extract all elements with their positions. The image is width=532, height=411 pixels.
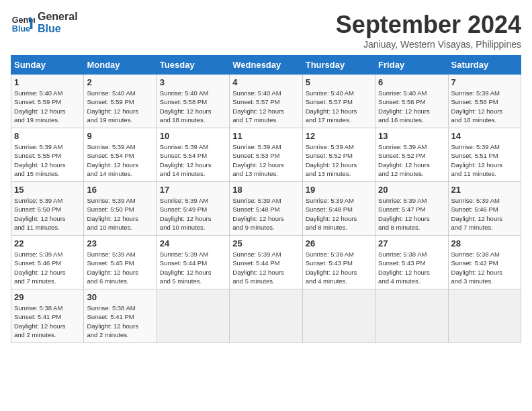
day-info: Sunrise: 5:40 AMSunset: 5:57 PMDaylight:…	[232, 89, 299, 124]
day-number: 27	[378, 238, 445, 248]
day-info: Sunrise: 5:39 AMSunset: 5:45 PMDaylight:…	[87, 250, 153, 285]
table-row: 24Sunrise: 5:39 AMSunset: 5:44 PMDayligh…	[157, 236, 229, 289]
title-block: September 2024 Janiuay, Western Visayas,…	[336, 11, 521, 50]
table-row	[375, 289, 448, 343]
table-row: 7Sunrise: 5:39 AMSunset: 5:56 PMDaylight…	[448, 75, 521, 128]
table-row: 23Sunrise: 5:39 AMSunset: 5:45 PMDayligh…	[84, 236, 157, 289]
day-info: Sunrise: 5:39 AMSunset: 5:52 PMDaylight:…	[378, 142, 445, 178]
table-row: 27Sunrise: 5:38 AMSunset: 5:43 PMDayligh…	[375, 236, 448, 289]
table-row: 19Sunrise: 5:39 AMSunset: 5:48 PMDayligh…	[302, 182, 375, 236]
table-row: 2Sunrise: 5:40 AMSunset: 5:59 PMDaylight…	[84, 75, 157, 128]
day-info: Sunrise: 5:39 AMSunset: 5:54 PMDaylight:…	[87, 142, 153, 178]
table-row: 13Sunrise: 5:39 AMSunset: 5:52 PMDayligh…	[375, 128, 448, 182]
table-row: 6Sunrise: 5:40 AMSunset: 5:56 PMDaylight…	[375, 75, 448, 128]
table-row	[157, 289, 229, 343]
day-number: 24	[160, 238, 226, 248]
day-info: Sunrise: 5:39 AMSunset: 5:50 PMDaylight:…	[87, 196, 153, 232]
logo-line1: General	[38, 11, 78, 23]
day-number: 3	[160, 77, 226, 87]
day-info: Sunrise: 5:39 AMSunset: 5:54 PMDaylight:…	[160, 142, 226, 178]
day-number: 6	[378, 77, 445, 87]
day-info: Sunrise: 5:38 AMSunset: 5:41 PMDaylight:…	[87, 304, 153, 339]
table-row: 8Sunrise: 5:39 AMSunset: 5:55 PMDaylight…	[11, 128, 84, 182]
calendar-week-row: 1Sunrise: 5:40 AMSunset: 5:59 PMDaylight…	[11, 75, 521, 128]
col-saturday: Saturday	[448, 56, 521, 75]
day-info: Sunrise: 5:40 AMSunset: 5:59 PMDaylight:…	[14, 89, 81, 124]
day-info: Sunrise: 5:38 AMSunset: 5:41 PMDaylight:…	[14, 304, 81, 339]
day-number: 1	[14, 77, 81, 87]
day-number: 30	[87, 292, 153, 302]
page-header: General Blue General Blue September 2024…	[11, 11, 521, 50]
day-info: Sunrise: 5:40 AMSunset: 5:57 PMDaylight:…	[306, 89, 372, 124]
col-thursday: Thursday	[302, 56, 375, 75]
day-info: Sunrise: 5:39 AMSunset: 5:47 PMDaylight:…	[378, 196, 445, 232]
table-row: 14Sunrise: 5:39 AMSunset: 5:51 PMDayligh…	[448, 128, 521, 182]
day-number: 7	[451, 77, 518, 87]
day-info: Sunrise: 5:39 AMSunset: 5:51 PMDaylight:…	[451, 142, 518, 178]
day-number: 29	[14, 292, 81, 302]
day-number: 4	[232, 77, 299, 87]
day-number: 12	[306, 131, 372, 141]
day-info: Sunrise: 5:39 AMSunset: 5:52 PMDaylight:…	[306, 142, 372, 178]
col-sunday: Sunday	[11, 56, 84, 75]
day-number: 16	[87, 185, 153, 195]
day-info: Sunrise: 5:40 AMSunset: 5:59 PMDaylight:…	[87, 89, 153, 124]
table-row: 17Sunrise: 5:39 AMSunset: 5:49 PMDayligh…	[157, 182, 229, 236]
day-number: 21	[451, 185, 518, 195]
day-number: 25	[232, 238, 299, 248]
logo-icon: General Blue	[11, 11, 35, 35]
day-number: 18	[232, 185, 299, 195]
day-info: Sunrise: 5:38 AMSunset: 5:42 PMDaylight:…	[451, 250, 518, 285]
logo-line2: Blue	[38, 23, 78, 35]
month-title: September 2024	[336, 11, 521, 39]
table-row: 15Sunrise: 5:39 AMSunset: 5:50 PMDayligh…	[11, 182, 84, 236]
logo: General Blue General Blue	[11, 11, 78, 35]
day-info: Sunrise: 5:39 AMSunset: 5:46 PMDaylight:…	[14, 250, 81, 285]
day-info: Sunrise: 5:40 AMSunset: 5:58 PMDaylight:…	[160, 89, 226, 124]
day-info: Sunrise: 5:39 AMSunset: 5:56 PMDaylight:…	[451, 89, 518, 124]
header-row: Sunday Monday Tuesday Wednesday Thursday…	[11, 56, 521, 75]
calendar-week-row: 22Sunrise: 5:39 AMSunset: 5:46 PMDayligh…	[11, 236, 521, 289]
day-number: 2	[87, 77, 153, 87]
day-number: 14	[451, 131, 518, 141]
day-number: 26	[306, 238, 372, 248]
table-row: 5Sunrise: 5:40 AMSunset: 5:57 PMDaylight…	[302, 75, 375, 128]
table-row	[448, 289, 521, 343]
table-row: 12Sunrise: 5:39 AMSunset: 5:52 PMDayligh…	[302, 128, 375, 182]
table-row: 26Sunrise: 5:38 AMSunset: 5:43 PMDayligh…	[302, 236, 375, 289]
day-number: 5	[306, 77, 372, 87]
col-wednesday: Wednesday	[230, 56, 302, 75]
day-info: Sunrise: 5:39 AMSunset: 5:53 PMDaylight:…	[232, 142, 299, 178]
calendar-week-row: 8Sunrise: 5:39 AMSunset: 5:55 PMDaylight…	[11, 128, 521, 182]
day-number: 15	[14, 185, 81, 195]
day-number: 17	[160, 185, 226, 195]
calendar-table: Sunday Monday Tuesday Wednesday Thursday…	[11, 55, 521, 343]
table-row	[230, 289, 302, 343]
day-number: 8	[14, 131, 81, 141]
table-row: 22Sunrise: 5:39 AMSunset: 5:46 PMDayligh…	[11, 236, 84, 289]
col-monday: Monday	[84, 56, 157, 75]
day-number: 13	[378, 131, 445, 141]
location-title: Janiuay, Western Visayas, Philippines	[336, 39, 521, 50]
day-info: Sunrise: 5:38 AMSunset: 5:43 PMDaylight:…	[306, 250, 372, 285]
svg-text:Blue: Blue	[12, 24, 30, 34]
day-info: Sunrise: 5:39 AMSunset: 5:48 PMDaylight:…	[232, 196, 299, 232]
table-row: 29Sunrise: 5:38 AMSunset: 5:41 PMDayligh…	[11, 289, 84, 343]
col-tuesday: Tuesday	[157, 56, 229, 75]
day-info: Sunrise: 5:39 AMSunset: 5:50 PMDaylight:…	[14, 196, 81, 232]
day-number: 23	[87, 238, 153, 248]
col-friday: Friday	[375, 56, 448, 75]
table-row: 21Sunrise: 5:39 AMSunset: 5:46 PMDayligh…	[448, 182, 521, 236]
day-info: Sunrise: 5:39 AMSunset: 5:44 PMDaylight:…	[232, 250, 299, 285]
day-info: Sunrise: 5:40 AMSunset: 5:56 PMDaylight:…	[378, 89, 445, 124]
day-number: 20	[378, 185, 445, 195]
day-info: Sunrise: 5:39 AMSunset: 5:44 PMDaylight:…	[160, 250, 226, 285]
table-row: 1Sunrise: 5:40 AMSunset: 5:59 PMDaylight…	[11, 75, 84, 128]
table-row: 30Sunrise: 5:38 AMSunset: 5:41 PMDayligh…	[84, 289, 157, 343]
table-row: 3Sunrise: 5:40 AMSunset: 5:58 PMDaylight…	[157, 75, 229, 128]
day-info: Sunrise: 5:39 AMSunset: 5:48 PMDaylight:…	[306, 196, 372, 232]
day-number: 28	[451, 238, 518, 248]
table-row: 4Sunrise: 5:40 AMSunset: 5:57 PMDaylight…	[230, 75, 302, 128]
table-row: 16Sunrise: 5:39 AMSunset: 5:50 PMDayligh…	[84, 182, 157, 236]
calendar-week-row: 15Sunrise: 5:39 AMSunset: 5:50 PMDayligh…	[11, 182, 521, 236]
